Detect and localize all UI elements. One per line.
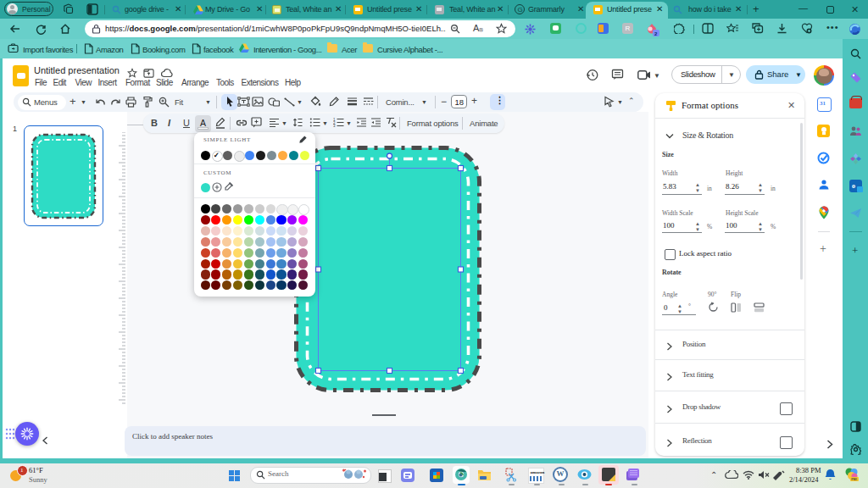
svg-text:PRE: PRE xyxy=(851,478,858,481)
svg-text:3: 3 xyxy=(333,124,336,127)
